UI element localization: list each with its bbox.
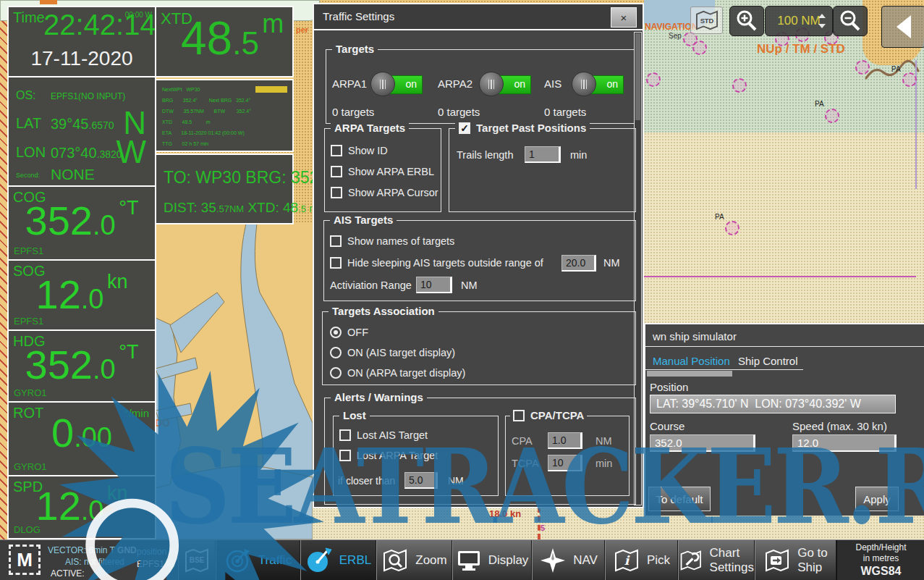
checkbox-icon[interactable] [331,145,342,156]
range-spinner-up-icon[interactable] [818,14,826,18]
tcpa-input[interactable]: 10 [548,455,582,471]
hide-sleeping-checkbox[interactable]: Hide sleeping AIS targets outside range … [330,257,543,269]
checkbox-checked-icon[interactable] [459,122,470,134]
cpa-input[interactable]: 1.0 [548,432,582,449]
zoom-out-button[interactable] [833,6,868,36]
buoy-symbol[interactable] [692,41,707,55]
arpa2-toggle[interactable]: on [482,75,530,93]
svg-text:STD: STD [700,17,713,25]
depth-units-panel: Depth/Height in metres WGS84 [836,540,924,580]
checkbox-icon[interactable] [330,235,342,247]
tab-manual-position[interactable]: Manual Position [653,355,730,367]
hide-sleeping-range-input[interactable]: 20.0 [561,255,596,272]
association-off-radio[interactable]: OFF [330,327,368,338]
pick-info-icon: i [613,547,640,574]
std-display-button[interactable]: STD [690,7,723,34]
show-id-checkbox[interactable]: Show ID [331,145,388,156]
apply-button[interactable]: Apply [855,487,899,511]
lost-ais-checkbox[interactable]: Lost AIS Target [339,429,428,441]
chart-settings-label: ChartSettings [710,546,754,574]
show-arpa-erbl-checkbox[interactable]: Show ARPA ERBL [331,166,434,177]
radio-selected-icon[interactable] [330,327,342,338]
coastal-chart-strip[interactable] [156,224,313,539]
buoy-symbol[interactable] [732,78,747,93]
ais-toggle[interactable]: on [575,75,622,93]
range-scale-display[interactable]: 100 NM [765,6,833,36]
zoom-button[interactable]: Zoom [376,540,452,580]
bse-button[interactable]: BSE [178,540,216,580]
pa-annotation: PA [715,213,724,221]
display-button[interactable]: Display [452,540,532,580]
activation-range-input[interactable]: 10 [416,277,452,293]
course-input-value: 352.0 [650,437,682,449]
checkbox-icon[interactable] [330,257,342,269]
radio-icon[interactable] [330,347,342,358]
course-input[interactable]: 352.0 [650,434,755,452]
position-field[interactable]: LAT: 39°45.710' N LON: 073°40.392' W [650,395,896,413]
buoy-symbol[interactable] [825,109,839,123]
active-status: ACTIVE: [51,568,85,579]
xtd-value: 48.5 m [181,9,284,62]
rot-value: 0.00 [9,413,155,453]
speed-input-value: 12.0 [793,437,818,449]
buoy-symbol[interactable] [646,72,661,87]
zoom-in-button[interactable] [729,6,764,36]
cpa-unit: NM [595,435,612,447]
checkbox-icon[interactable] [339,450,351,461]
status-zone: M VECTOR: 6min T GND AIS: not filtered A… [0,540,177,580]
toggle-knob[interactable] [479,72,504,96]
buoy-symbol[interactable] [902,72,917,87]
pick-button[interactable]: i Pick [605,540,678,580]
cpa-tcpa-legend-checkbox[interactable]: CPA/TCPA [510,409,587,421]
do-chart-label: DO [155,417,170,429]
buoy-symbol[interactable] [855,60,870,75]
past-positions-legend-checkbox[interactable]: Target Past Positions [455,122,590,134]
activation-range-unit: NM [461,280,478,291]
erbl-button[interactable]: ERBL [300,540,376,580]
checkbox-icon[interactable] [331,166,342,177]
activation-range-label: Activiation Range [330,280,412,291]
past-positions-legend: Target Past Positions [476,122,586,134]
go-to-ship-icon [763,547,791,574]
dialog-close-button[interactable]: × [611,7,637,28]
trails-length-input[interactable]: 1 [525,146,561,163]
display-monitor-icon [456,548,482,573]
to-default-button[interactable]: To default [648,487,711,511]
speed-input[interactable]: 12.0 [792,434,897,452]
spd-panel: SPD 12.0 kn DLOG [7,475,156,539]
association-on-ais-radio[interactable]: ON (AIS target display) [330,347,455,358]
zoom-out-icon [838,9,862,33]
show-arpa-cursor-checkbox[interactable]: Show ARPA Cursor [331,187,438,198]
hdg-value: 352.0 °T [9,341,155,385]
scrollbar-thumb[interactable] [635,33,640,120]
nav-button[interactable]: NAV [532,540,605,580]
app-logo[interactable]: M [9,545,41,575]
tcpa-label: TCPA [512,458,539,469]
chart-settings-button[interactable]: ChartSettings [678,540,755,580]
checkbox-icon[interactable] [331,187,342,198]
checkbox-icon[interactable] [339,429,351,441]
checkbox-icon[interactable] [513,410,525,421]
if-closer-input[interactable]: 5.0 [404,472,438,489]
association-on-arpa-radio[interactable]: ON (ARPA target display) [330,367,465,379]
traffic-button[interactable]: Traffic [216,540,300,580]
xtd-panel: XTD 48.5 m [155,6,294,77]
range-spinner-down-icon[interactable] [818,24,826,28]
std-map-icon: STD [695,9,719,31]
dialog-titlebar[interactable]: Traffic Settings × [314,4,643,30]
toggle-knob[interactable] [572,72,596,96]
toggle-knob[interactable] [370,72,395,96]
alerts-warnings-legend: Alerts / Warnings [331,391,427,403]
panel-collapse-button[interactable] [881,6,924,48]
display-label: Display [488,553,529,568]
lost-arpa-checkbox[interactable]: Lost ARPA Target [339,450,438,461]
dialog-title: Traffic Settings [323,10,394,22]
go-to-ship-button[interactable]: Go toShip [755,540,836,580]
erbl-bearing-icon [305,547,333,574]
buoy-symbol[interactable] [725,221,739,235]
show-names-checkbox[interactable]: Show names of targets [330,235,454,247]
tab-ship-control[interactable]: Ship Control [738,355,798,367]
radio-icon[interactable] [330,367,342,379]
arpa1-toggle[interactable]: on [373,75,421,93]
spd-source: DLOG [14,524,41,535]
